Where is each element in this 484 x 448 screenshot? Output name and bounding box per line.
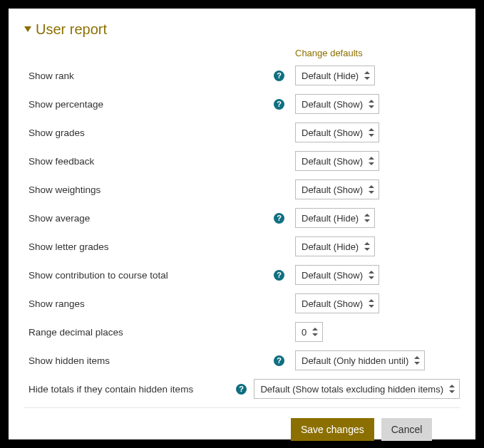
chevron-sort-icon — [369, 271, 374, 279]
help-icon[interactable]: ? — [274, 355, 284, 366]
label-show-feedback: Show feedback — [24, 156, 274, 167]
chevron-sort-icon — [369, 185, 374, 194]
select-show-ranges[interactable]: Default (Show) — [295, 293, 379, 313]
label-range-decimal: Range decimal places — [24, 327, 274, 338]
actions-bar: Save changes Cancel — [24, 407, 460, 441]
save-button[interactable]: Save changes — [291, 418, 374, 441]
select-show-contrib[interactable]: Default (Show) — [295, 265, 379, 285]
label-show-average: Show average — [24, 213, 274, 224]
select-show-feedback[interactable]: Default (Show) — [295, 151, 379, 171]
chevron-sort-icon — [369, 100, 374, 108]
select-show-rank[interactable]: Default (Hide) — [295, 66, 375, 85]
select-show-hidden[interactable]: Default (Only hidden until) — [295, 350, 425, 370]
select-show-percentage[interactable]: Default (Show) — [295, 94, 379, 114]
label-show-contrib: Show contribution to course total — [24, 270, 274, 281]
cancel-button[interactable]: Cancel — [381, 418, 433, 441]
chevron-sort-icon — [449, 385, 455, 393]
chevron-sort-icon — [364, 242, 370, 251]
help-icon[interactable]: ? — [274, 213, 284, 224]
chevron-sort-icon — [364, 214, 370, 222]
help-icon[interactable]: ? — [274, 270, 284, 281]
help-icon[interactable]: ? — [274, 99, 284, 110]
select-range-decimal[interactable]: 0 — [295, 322, 323, 342]
chevron-sort-icon — [414, 356, 420, 365]
label-show-weightings: Show weightings — [24, 184, 274, 195]
label-show-ranges: Show ranges — [24, 298, 274, 309]
chevron-sort-icon — [369, 157, 374, 165]
select-show-weightings[interactable]: Default (Show) — [295, 179, 379, 199]
label-hide-totals: Hide totals if they contain hidden items — [24, 384, 236, 395]
label-show-letter: Show letter grades — [24, 241, 274, 252]
label-show-hidden: Show hidden items — [24, 355, 274, 366]
section-title: User report — [36, 21, 107, 38]
settings-panel: User report Change defaults Show rank ? … — [9, 9, 475, 439]
select-hide-totals[interactable]: Default (Show totals excluding hidden it… — [254, 379, 460, 399]
label-show-percentage: Show percentage — [24, 99, 274, 110]
svg-marker-0 — [24, 26, 31, 32]
help-icon[interactable]: ? — [236, 384, 247, 395]
change-defaults-link[interactable]: Change defaults — [295, 48, 363, 58]
chevron-sort-icon — [369, 128, 374, 137]
chevron-sort-icon — [312, 328, 318, 336]
section-header[interactable]: User report — [24, 21, 460, 38]
help-icon[interactable]: ? — [274, 71, 284, 81]
collapse-icon — [24, 26, 31, 33]
form-rows: Show rank ? Default (Hide) Show percenta… — [24, 61, 460, 403]
select-show-grades[interactable]: Default (Show) — [295, 123, 379, 142]
label-show-rank: Show rank — [24, 71, 274, 81]
chevron-sort-icon — [364, 71, 370, 80]
chevron-sort-icon — [369, 299, 374, 308]
select-show-average[interactable]: Default (Hide) — [295, 208, 375, 228]
label-show-grades: Show grades — [24, 127, 274, 138]
select-show-letter[interactable]: Default (Hide) — [295, 236, 375, 256]
